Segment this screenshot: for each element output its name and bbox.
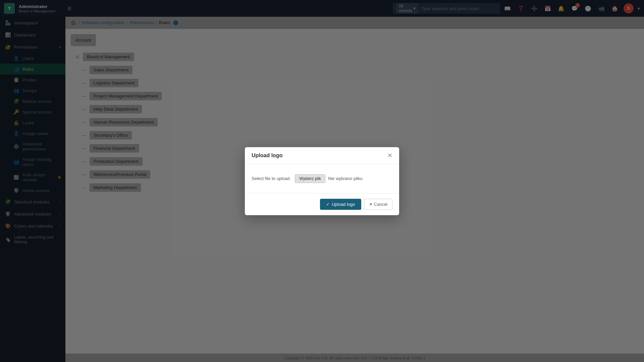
file-status-text: Nie wybrano pliku bbox=[328, 176, 363, 181]
times-icon: ✕ bbox=[369, 202, 373, 207]
checkmark-icon: ✓ bbox=[326, 202, 330, 207]
upload-logo-modal: Upload logo ✕ Select file to upload Wybi… bbox=[245, 147, 399, 215]
choose-file-button[interactable]: Wybierz plik bbox=[295, 174, 325, 183]
modal-overlay: Upload logo ✕ Select file to upload Wybi… bbox=[0, 0, 644, 362]
cancel-button[interactable]: ✕ Cancel bbox=[364, 199, 392, 210]
modal-body: Select file to upload Wybierz plik Nie w… bbox=[245, 164, 399, 193]
file-input-area: Wybierz plik Nie wybrano pliku bbox=[295, 174, 362, 183]
modal-header: Upload logo ✕ bbox=[245, 147, 399, 164]
modal-footer: ✓ Upload logo ✕ Cancel bbox=[245, 193, 399, 215]
upload-logo-button[interactable]: ✓ Upload logo bbox=[320, 199, 361, 210]
select-file-label: Select file to upload bbox=[252, 176, 289, 181]
modal-close-button[interactable]: ✕ bbox=[387, 153, 392, 159]
modal-title: Upload logo bbox=[252, 153, 282, 159]
